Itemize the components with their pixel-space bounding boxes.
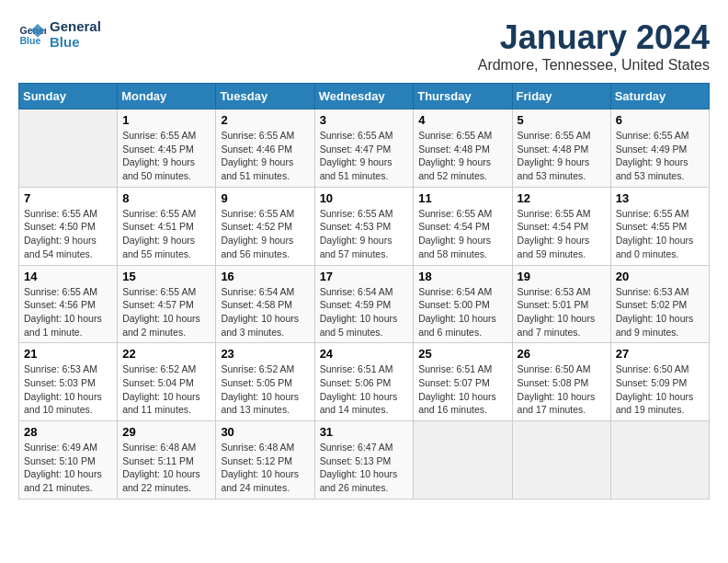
day-info: Sunrise: 6:52 AM Sunset: 5:05 PM Dayligh… (221, 362, 309, 417)
week-row-1: 1Sunrise: 6:55 AM Sunset: 4:45 PM Daylig… (19, 109, 710, 188)
day-number: 1 (122, 113, 210, 127)
calendar-cell (414, 421, 512, 500)
day-info: Sunrise: 6:55 AM Sunset: 4:48 PM Dayligh… (518, 129, 606, 183)
day-number: 11 (418, 191, 506, 205)
day-info: Sunrise: 6:54 AM Sunset: 4:58 PM Dayligh… (221, 285, 309, 339)
day-info: Sunrise: 6:51 AM Sunset: 5:07 PM Dayligh… (418, 362, 506, 417)
day-number: 8 (122, 191, 210, 205)
logo: General Blue General Blue (18, 18, 101, 50)
day-info: Sunrise: 6:55 AM Sunset: 4:51 PM Dayligh… (122, 207, 210, 261)
day-info: Sunrise: 6:55 AM Sunset: 4:52 PM Dayligh… (221, 207, 309, 261)
logo-name-line1: General (50, 18, 101, 34)
day-number: 9 (221, 191, 309, 205)
title-block: January 2024 Ardmore, Tennessee, United … (478, 18, 710, 74)
day-number: 23 (221, 347, 309, 361)
day-info: Sunrise: 6:55 AM Sunset: 4:46 PM Dayligh… (221, 129, 309, 183)
calendar-cell: 15Sunrise: 6:55 AM Sunset: 4:57 PM Dayli… (118, 265, 216, 343)
calendar-cell: 10Sunrise: 6:55 AM Sunset: 4:53 PM Dayli… (314, 187, 414, 265)
day-info: Sunrise: 6:50 AM Sunset: 5:09 PM Dayligh… (616, 362, 704, 417)
calendar-cell: 2Sunrise: 6:55 AM Sunset: 4:46 PM Daylig… (216, 109, 314, 188)
day-number: 2 (221, 113, 309, 127)
day-number: 12 (518, 191, 606, 205)
day-number: 31 (320, 425, 409, 439)
calendar-cell: 25Sunrise: 6:51 AM Sunset: 5:07 PM Dayli… (414, 343, 512, 421)
day-info: Sunrise: 6:55 AM Sunset: 4:45 PM Dayligh… (122, 129, 210, 183)
day-number: 22 (122, 347, 210, 361)
day-info: Sunrise: 6:54 AM Sunset: 5:00 PM Dayligh… (418, 285, 506, 339)
header-thursday: Thursday (414, 84, 512, 109)
day-info: Sunrise: 6:55 AM Sunset: 4:49 PM Dayligh… (616, 129, 704, 183)
day-info: Sunrise: 6:53 AM Sunset: 5:03 PM Dayligh… (24, 362, 112, 417)
day-info: Sunrise: 6:54 AM Sunset: 4:59 PM Dayligh… (320, 285, 409, 339)
day-number: 21 (24, 347, 112, 361)
day-info: Sunrise: 6:49 AM Sunset: 5:10 PM Dayligh… (24, 441, 112, 495)
calendar-cell: 9Sunrise: 6:55 AM Sunset: 4:52 PM Daylig… (216, 187, 314, 265)
day-number: 10 (320, 191, 409, 205)
header-wednesday: Wednesday (314, 84, 414, 109)
calendar-cell: 23Sunrise: 6:52 AM Sunset: 5:05 PM Dayli… (216, 343, 314, 421)
day-info: Sunrise: 6:51 AM Sunset: 5:06 PM Dayligh… (320, 362, 409, 417)
calendar-cell: 14Sunrise: 6:55 AM Sunset: 4:56 PM Dayli… (19, 265, 118, 343)
calendar-cell: 30Sunrise: 6:48 AM Sunset: 5:12 PM Dayli… (216, 421, 314, 500)
day-number: 16 (221, 270, 309, 283)
day-number: 18 (418, 270, 506, 283)
calendar-location: Ardmore, Tennessee, United States (478, 57, 710, 74)
day-number: 6 (616, 113, 704, 127)
week-row-4: 21Sunrise: 6:53 AM Sunset: 5:03 PM Dayli… (19, 343, 710, 421)
calendar-cell: 29Sunrise: 6:48 AM Sunset: 5:11 PM Dayli… (118, 421, 216, 500)
calendar-cell: 8Sunrise: 6:55 AM Sunset: 4:51 PM Daylig… (118, 187, 216, 265)
calendar-cell: 18Sunrise: 6:54 AM Sunset: 5:00 PM Dayli… (414, 265, 512, 343)
day-number: 4 (418, 113, 506, 127)
day-number: 29 (122, 425, 210, 439)
day-info: Sunrise: 6:55 AM Sunset: 4:57 PM Dayligh… (122, 285, 210, 339)
day-info: Sunrise: 6:53 AM Sunset: 5:02 PM Dayligh… (616, 285, 704, 339)
day-number: 27 (616, 347, 704, 361)
day-number: 28 (24, 425, 112, 439)
day-number: 13 (616, 191, 704, 205)
logo-name-line2: Blue (50, 34, 101, 50)
day-number: 26 (518, 347, 606, 361)
week-row-5: 28Sunrise: 6:49 AM Sunset: 5:10 PM Dayli… (19, 421, 710, 500)
day-info: Sunrise: 6:47 AM Sunset: 5:13 PM Dayligh… (320, 441, 409, 495)
day-info: Sunrise: 6:52 AM Sunset: 5:04 PM Dayligh… (122, 362, 210, 417)
header-sunday: Sunday (19, 84, 118, 109)
header-friday: Friday (512, 84, 610, 109)
calendar-cell: 16Sunrise: 6:54 AM Sunset: 4:58 PM Dayli… (216, 265, 314, 343)
logo-icon: General Blue (18, 20, 46, 48)
calendar-cell: 1Sunrise: 6:55 AM Sunset: 4:45 PM Daylig… (118, 109, 216, 188)
day-number: 17 (320, 270, 409, 283)
day-number: 15 (122, 270, 210, 283)
calendar-cell (610, 421, 709, 500)
calendar-cell: 24Sunrise: 6:51 AM Sunset: 5:06 PM Dayli… (314, 343, 414, 421)
calendar-cell: 12Sunrise: 6:55 AM Sunset: 4:54 PM Dayli… (512, 187, 610, 265)
calendar-cell: 27Sunrise: 6:50 AM Sunset: 5:09 PM Dayli… (610, 343, 709, 421)
day-number: 7 (24, 191, 112, 205)
calendar-cell: 20Sunrise: 6:53 AM Sunset: 5:02 PM Dayli… (610, 265, 709, 343)
header-monday: Monday (118, 84, 216, 109)
calendar-cell: 28Sunrise: 6:49 AM Sunset: 5:10 PM Dayli… (19, 421, 118, 500)
day-info: Sunrise: 6:53 AM Sunset: 5:01 PM Dayligh… (518, 285, 606, 339)
page-header: General Blue General Blue January 2024 A… (18, 18, 710, 74)
calendar-cell: 3Sunrise: 6:55 AM Sunset: 4:47 PM Daylig… (314, 109, 414, 188)
calendar-header-row: SundayMondayTuesdayWednesdayThursdayFrid… (19, 84, 710, 109)
day-number: 3 (320, 113, 409, 127)
calendar-cell: 7Sunrise: 6:55 AM Sunset: 4:50 PM Daylig… (19, 187, 118, 265)
header-tuesday: Tuesday (216, 84, 314, 109)
day-info: Sunrise: 6:48 AM Sunset: 5:11 PM Dayligh… (122, 441, 210, 495)
day-info: Sunrise: 6:55 AM Sunset: 4:56 PM Dayligh… (24, 285, 112, 339)
calendar-table: SundayMondayTuesdayWednesdayThursdayFrid… (18, 83, 710, 500)
day-info: Sunrise: 6:50 AM Sunset: 5:08 PM Dayligh… (518, 362, 606, 417)
day-info: Sunrise: 6:55 AM Sunset: 4:53 PM Dayligh… (320, 207, 409, 261)
day-info: Sunrise: 6:55 AM Sunset: 4:54 PM Dayligh… (418, 207, 506, 261)
day-info: Sunrise: 6:48 AM Sunset: 5:12 PM Dayligh… (221, 441, 309, 495)
calendar-cell: 5Sunrise: 6:55 AM Sunset: 4:48 PM Daylig… (512, 109, 610, 188)
calendar-cell: 13Sunrise: 6:55 AM Sunset: 4:55 PM Dayli… (610, 187, 709, 265)
day-info: Sunrise: 6:55 AM Sunset: 4:55 PM Dayligh… (616, 207, 704, 261)
calendar-cell: 26Sunrise: 6:50 AM Sunset: 5:08 PM Dayli… (512, 343, 610, 421)
calendar-cell: 4Sunrise: 6:55 AM Sunset: 4:48 PM Daylig… (414, 109, 512, 188)
calendar-cell: 21Sunrise: 6:53 AM Sunset: 5:03 PM Dayli… (19, 343, 118, 421)
day-info: Sunrise: 6:55 AM Sunset: 4:48 PM Dayligh… (418, 129, 506, 183)
calendar-cell: 6Sunrise: 6:55 AM Sunset: 4:49 PM Daylig… (610, 109, 709, 188)
week-row-2: 7Sunrise: 6:55 AM Sunset: 4:50 PM Daylig… (19, 187, 710, 265)
day-info: Sunrise: 6:55 AM Sunset: 4:54 PM Dayligh… (518, 207, 606, 261)
